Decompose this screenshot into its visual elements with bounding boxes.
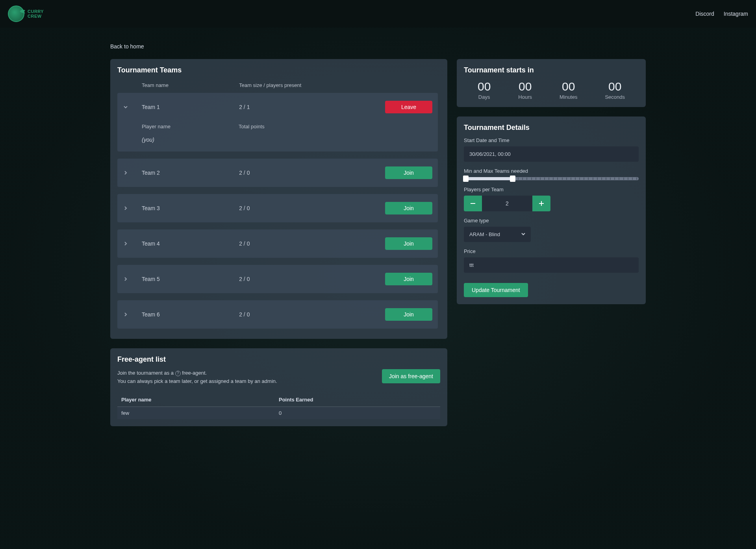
countdown-segment: 00Seconds (605, 80, 625, 100)
team-name: Team 4 (142, 240, 239, 247)
player-you-label: (you) (142, 137, 239, 143)
countdown-label: Seconds (605, 94, 625, 100)
team-row: Team 5 2 / 0 Join (117, 265, 438, 293)
tournament-teams-card: Tournament Teams Team name Team size / p… (110, 59, 447, 339)
price-input[interactable] (464, 257, 639, 273)
team-name: Team 2 (142, 170, 239, 176)
stepper-increment-button[interactable] (532, 196, 550, 211)
fa-col-points: Points Earned (279, 397, 436, 403)
expand-team-icon[interactable] (123, 170, 142, 176)
teams-range-label: Min and Max Teams needed (464, 168, 639, 174)
countdown-value: 00 (560, 80, 578, 93)
tournament-details-card: Tournament Details Start Date and Time M… (457, 116, 646, 304)
team-row: Team 1 2 / 1 Leave Player name Total poi… (117, 93, 438, 152)
team-row: Team 3 2 / 0 Join (117, 194, 438, 222)
team-name: Team 3 (142, 205, 239, 211)
expand-team-icon[interactable] (123, 312, 142, 317)
team-row: Team 2 2 / 0 Join (117, 159, 438, 187)
start-date-label: Start Date and Time (464, 137, 639, 143)
update-tournament-button[interactable]: Update Tournament (464, 283, 528, 297)
team-size: 2 / 1 (239, 104, 385, 110)
players-per-team-label: Players per Team (464, 187, 639, 192)
countdown-value: 00 (518, 80, 532, 93)
countdown-value: 00 (478, 80, 491, 93)
price-label: Price (464, 248, 639, 254)
svg-rect-2 (541, 201, 542, 206)
countdown-value: 00 (605, 80, 625, 93)
range-thumb-max[interactable] (510, 176, 515, 182)
countdown-title: Tournament starts in (464, 66, 639, 74)
countdown-label: Hours (518, 94, 532, 100)
free-agent-table-header: Player name Points Earned (117, 393, 440, 407)
expand-team-icon[interactable] (123, 104, 142, 110)
countdown-card: Tournament starts in 00Days00Hours00Minu… (457, 59, 646, 107)
join-team-button[interactable]: Join (385, 273, 432, 285)
countdown-segment: 00Minutes (560, 80, 578, 100)
range-thumb-min[interactable] (463, 176, 469, 182)
details-title: Tournament Details (464, 124, 639, 132)
plus-icon (538, 200, 545, 207)
teams-col-name: Team name (142, 82, 239, 88)
brand-text: CURRY CREW (28, 9, 44, 18)
nav-link-instagram[interactable]: Instagram (724, 11, 748, 17)
expand-team-icon[interactable] (123, 241, 142, 246)
join-team-button[interactable]: Join (385, 308, 432, 321)
teams-col-size: Team size / players present (239, 82, 385, 88)
start-date-input[interactable] (464, 146, 639, 162)
countdown-label: Minutes (560, 94, 578, 100)
team-row: Team 4 2 / 0 Join (117, 229, 438, 258)
join-team-button[interactable]: Join (385, 202, 432, 214)
teams-range-slider[interactable] (464, 177, 639, 180)
stepper-value: 2 (482, 196, 532, 211)
help-icon[interactable]: ? (175, 371, 181, 376)
player-row: (you) (123, 133, 432, 146)
free-agent-description: Join the tournament as a ? free-agent. Y… (117, 369, 277, 386)
team-size: 2 / 0 (239, 170, 385, 176)
player-col-name: Player name (142, 124, 239, 129)
chevron-down-icon (521, 231, 526, 238)
team-size: 2 / 0 (239, 240, 385, 247)
minus-icon (470, 200, 476, 207)
teams-card-title: Tournament Teams (117, 66, 438, 74)
svg-rect-0 (471, 203, 475, 204)
nav-links: Discord Instagram (695, 11, 748, 17)
fa-row-points: 0 (279, 410, 436, 416)
team-row: Team 6 2 / 0 Join (117, 300, 438, 329)
expand-team-icon[interactable] (123, 205, 142, 211)
join-free-agent-button[interactable]: Join as free-agent (382, 369, 440, 383)
stepper-decrement-button[interactable] (464, 196, 482, 211)
brand-mark-icon (8, 6, 24, 22)
free-agent-card: Free-agent list Join the tournament as a… (110, 348, 447, 426)
teams-header: Team name Team size / players present (117, 80, 438, 93)
countdown-segment: 00Hours (518, 80, 532, 100)
expand-team-icon[interactable] (123, 276, 142, 282)
join-team-button[interactable]: Join (385, 237, 432, 250)
gametype-label: Game type (464, 218, 639, 224)
fa-row-name: few (121, 410, 279, 416)
fa-col-name: Player name (121, 397, 279, 403)
countdown-segment: 00Days (478, 80, 491, 100)
topbar: CURRY CREW Discord Instagram (0, 0, 756, 28)
team-size: 2 / 0 (239, 311, 385, 318)
back-to-home-link[interactable]: Back to home (110, 43, 144, 50)
players-stepper: 2 (464, 196, 550, 211)
team-name: Team 1 (142, 104, 239, 110)
countdown-label: Days (478, 94, 491, 100)
team-name: Team 5 (142, 276, 239, 282)
player-col-points: Total points (239, 124, 335, 129)
free-agent-row: few0 (117, 407, 440, 419)
team-size: 2 / 0 (239, 205, 385, 211)
teams-scroll[interactable]: Team name Team size / players present Te… (117, 80, 438, 332)
leave-team-button[interactable]: Leave (385, 101, 432, 113)
brand-logo[interactable]: CURRY CREW (8, 6, 44, 22)
join-team-button[interactable]: Join (385, 166, 432, 179)
team-name: Team 6 (142, 311, 239, 318)
nav-link-discord[interactable]: Discord (695, 11, 714, 17)
free-agent-title: Free-agent list (117, 355, 440, 364)
team-size: 2 / 0 (239, 276, 385, 282)
